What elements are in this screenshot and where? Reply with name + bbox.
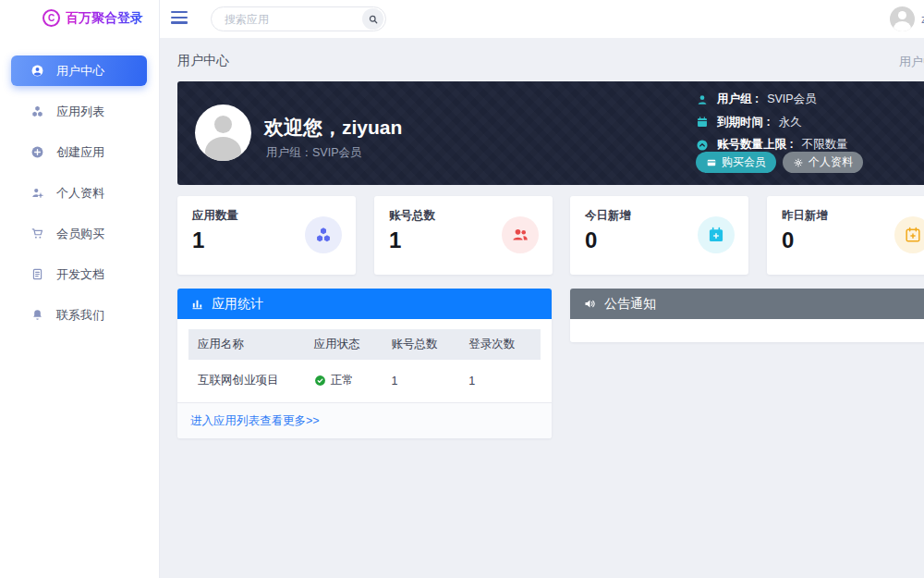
bar-chart-icon xyxy=(190,297,204,311)
sidebar-item-profile[interactable]: 个人资料 xyxy=(11,178,147,208)
plus-circle-icon xyxy=(30,145,44,159)
announcement-header: 公告通知 xyxy=(570,289,924,319)
column-app-status: 应用状态 xyxy=(305,329,383,360)
hamburger-menu-icon[interactable] xyxy=(171,11,188,27)
buy-membership-button[interactable]: 购买会员 xyxy=(696,152,776,173)
stat-card-new-yesterday: 昨日新增 0 xyxy=(767,196,924,275)
info-label: 到期时间 : xyxy=(717,115,771,130)
stat-label: 昨日新增 xyxy=(782,208,828,224)
users-icon xyxy=(511,226,529,244)
page-title: 用户中心 xyxy=(177,53,229,69)
sidebar-item-user-center[interactable]: 用户中心 xyxy=(11,55,147,86)
brand-logo[interactable]: C 百万聚合登录 xyxy=(43,9,143,27)
arrow-up-circle-icon xyxy=(696,139,709,152)
search-input[interactable] xyxy=(225,13,354,26)
sidebar-item-label: 会员购买 xyxy=(56,226,104,242)
calendar-icon xyxy=(696,116,709,129)
sidebar-item-app-list[interactable]: 应用列表 xyxy=(11,96,147,127)
membership-info: 用户组 : SVIP会员 到期时间 : 永久 账号数量上限 : 不限数量 xyxy=(696,92,848,160)
brand-logo-icon: C xyxy=(43,9,60,27)
avatar xyxy=(890,6,915,31)
sidebar: C 百万聚合登录 用户中心 应用列表 创建应用 个人资料 会员购买 xyxy=(0,0,160,578)
stat-value: 1 xyxy=(389,228,401,253)
sidebar-item-docs[interactable]: 开发文档 xyxy=(11,259,147,289)
document-icon xyxy=(30,267,44,281)
table-row: 互联网创业项目 正常 1 1 xyxy=(188,360,541,401)
banner-actions: 购买会员 个人资料 xyxy=(696,152,863,173)
stat-label: 账号总数 xyxy=(389,208,435,224)
welcome-banner: 欢迎您，ziyuan 用户组：SVIP会员 用户组 : SVIP会员 到期时间 … xyxy=(177,81,924,185)
info-row-usergroup: 用户组 : SVIP会员 xyxy=(696,92,848,107)
app-stats-header: 应用统计 xyxy=(177,289,552,319)
sidebar-item-label: 应用列表 xyxy=(56,104,104,120)
app-stats-table: 应用名称 应用状态 账号总数 登录次数 互联网创业项目 xyxy=(177,319,552,402)
speaker-icon xyxy=(583,297,597,311)
stat-value: 0 xyxy=(585,228,597,253)
stat-label: 今日新增 xyxy=(585,208,631,224)
cubes-icon xyxy=(30,105,44,118)
dashboard-page: ziyuan C 百万聚合登录 用户中心 应用列表 创建应用 个人资料 xyxy=(0,0,924,578)
sidebar-item-create-app[interactable]: 创建应用 xyxy=(11,137,147,167)
stat-card-new-today: 今日新增 0 xyxy=(570,196,748,275)
sidebar-item-label: 联系我们 xyxy=(56,307,104,324)
app-stats-panel: 应用统计 应用名称 应用状态 账号总数 登录次数 互联网创业项目 xyxy=(177,289,552,438)
search-button[interactable] xyxy=(362,8,383,30)
announcement-body xyxy=(570,319,924,342)
profile-button[interactable]: 个人资料 xyxy=(783,152,863,173)
user-circle-icon xyxy=(30,64,44,78)
status-text: 正常 xyxy=(331,373,354,388)
info-value: 永久 xyxy=(779,115,802,130)
view-more-link[interactable]: 进入应用列表查看更多>> xyxy=(190,414,320,427)
sidebar-item-label: 用户中心 xyxy=(56,63,104,80)
usergroup-caption: 用户组：SVIP会员 xyxy=(266,145,362,161)
stat-value: 1 xyxy=(192,228,204,253)
info-label: 用户组 : xyxy=(717,92,759,107)
brand-name: 百万聚合登录 xyxy=(66,10,143,27)
info-value: SVIP会员 xyxy=(767,92,817,107)
stat-value: 0 xyxy=(782,228,794,253)
info-row-account-limit: 账号数量上限 : 不限数量 xyxy=(696,137,848,153)
bell-icon xyxy=(30,308,44,322)
calendar-plus-icon xyxy=(904,226,922,244)
cell-login-count: 1 xyxy=(459,360,541,401)
sidebar-item-label: 创建应用 xyxy=(56,144,104,161)
calendar-plus-icon xyxy=(707,226,725,244)
stat-label: 应用数量 xyxy=(192,208,238,224)
announcement-panel: 公告通知 xyxy=(570,289,924,342)
cell-app-status: 正常 xyxy=(305,360,383,401)
gear-icon xyxy=(793,157,804,168)
announcement-title: 公告通知 xyxy=(604,296,656,313)
cell-account-total: 1 xyxy=(383,360,460,401)
cubes-icon xyxy=(314,226,333,244)
cart-icon xyxy=(30,227,44,240)
app-stats-title: 应用统计 xyxy=(212,296,263,313)
profile-button-label: 个人资料 xyxy=(808,154,853,170)
bank-card-icon xyxy=(706,157,717,168)
column-login-count: 登录次数 xyxy=(459,329,541,360)
user-icon xyxy=(696,93,709,106)
info-label: 账号数量上限 : xyxy=(717,137,794,153)
check-circle-icon xyxy=(314,375,326,387)
topbar: ziyuan xyxy=(160,0,924,38)
sidebar-item-label: 个人资料 xyxy=(56,185,104,202)
sidebar-item-contact[interactable]: 联系我们 xyxy=(11,300,147,330)
buy-membership-label: 购买会员 xyxy=(722,154,766,170)
banner-avatar xyxy=(195,105,251,161)
table-header-row: 应用名称 应用状态 账号总数 登录次数 xyxy=(188,329,541,360)
sidebar-menu: 用户中心 应用列表 创建应用 个人资料 会员购买 开发文档 xyxy=(0,55,160,340)
info-row-expiry: 到期时间 : 永久 xyxy=(696,115,848,130)
sidebar-item-membership[interactable]: 会员购买 xyxy=(11,218,147,249)
stat-card-account-total: 账号总数 1 xyxy=(374,196,553,275)
column-app-name: 应用名称 xyxy=(188,329,305,360)
stat-card-app-count: 应用数量 1 xyxy=(177,196,356,275)
sidebar-item-label: 开发文档 xyxy=(56,266,104,283)
breadcrumb: 用户中心 xyxy=(899,54,924,70)
user-menu[interactable]: ziyuan xyxy=(890,6,924,31)
search-icon xyxy=(368,14,379,25)
search-bar xyxy=(211,6,386,31)
table-footer: 进入应用列表查看更多>> xyxy=(177,402,552,438)
main-content: 用户中心 用户中心 欢迎您，ziyuan 用户组：SVIP会员 用户组 : SV… xyxy=(160,38,924,578)
column-account-total: 账号总数 xyxy=(383,329,460,360)
user-gear-icon xyxy=(30,186,44,200)
cell-app-name: 互联网创业项目 xyxy=(188,360,305,401)
